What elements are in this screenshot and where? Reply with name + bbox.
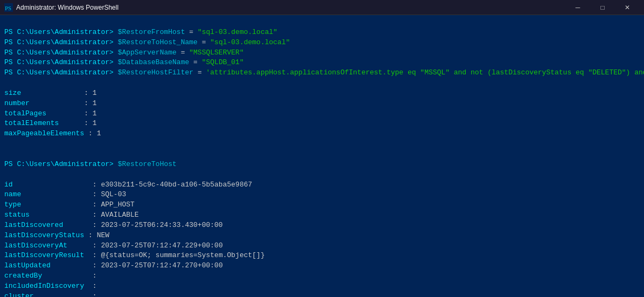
window-title: Administrator: Windows PowerShell (16, 4, 118, 11)
field-type: type : APP_HOST (4, 201, 135, 209)
field-lastdiscoveryresult: lastDiscoveryResult : @{status=OK; summa… (4, 251, 265, 259)
metric-totalpages: totalPages : 1 (4, 109, 97, 118)
field-lastdiscoveryat: lastDiscoveryAt : 2023-07-25T07:12:47.22… (4, 241, 223, 250)
field-lastupdated: lastUpdated : 2023-07-25T07:12:47.270+00… (4, 261, 223, 270)
field-id: id : e303b211-5c9c-40bd-a106-5b5aba5e986… (4, 181, 252, 189)
prompt-line-3: PS C:\Users\Administrator> $AppServerNam… (4, 49, 244, 57)
powershell-icon: PS (4, 3, 13, 12)
metric-maxpageable: maxPageableElements : 1 (4, 129, 101, 137)
field-cluster: cluster : (4, 292, 97, 297)
prompt-restoretohost: PS C:\Users\Administrator> $RestoreToHos… (4, 160, 177, 168)
field-lastdiscoverystatus: lastDiscoveryStatus : NEW (4, 231, 109, 239)
metric-number: number : 1 (4, 99, 97, 107)
title-bar: PS Administrator: Windows PowerShell ─ □… (0, 0, 644, 15)
window-controls: ─ □ ✕ (565, 0, 640, 15)
terminal-content[interactable]: PS C:\Users\Administrator> $RestoreFromH… (0, 15, 644, 297)
prompt-line-1: PS C:\Users\Administrator> $RestoreFromH… (4, 28, 277, 36)
svg-text:PS: PS (5, 5, 11, 11)
prompt-line-5: PS C:\Users\Administrator> $RestoreHostF… (4, 68, 644, 77)
field-includedindiscovery: includedInDiscovery : (4, 282, 97, 290)
prompt-line-4: PS C:\Users\Administrator> $DatabaseBase… (4, 58, 244, 66)
field-name: name : SQL-03 (4, 190, 126, 198)
metric-size: size : 1 (4, 89, 97, 97)
close-button[interactable]: ✕ (615, 0, 640, 15)
maximize-button[interactable]: □ (590, 0, 615, 15)
field-createdby: createdBy : (4, 272, 97, 280)
field-lastdiscovered: lastDiscovered : 2023-07-25T06:24:33.430… (4, 221, 223, 229)
minimize-button[interactable]: ─ (565, 0, 590, 15)
prompt-line-2: PS C:\Users\Administrator> $RestoreToHos… (4, 38, 290, 46)
field-status: status : AVAILABLE (4, 211, 139, 219)
metric-totalelements: totalElements : 1 (4, 119, 97, 127)
